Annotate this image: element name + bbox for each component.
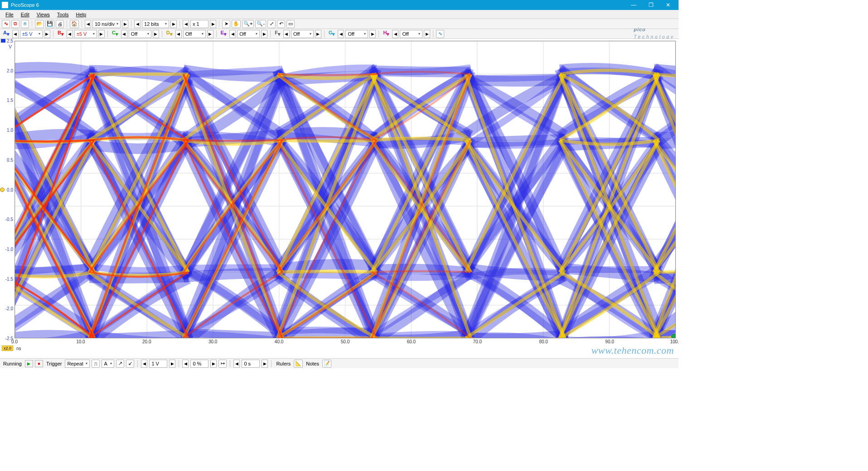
separator [67, 20, 67, 28]
delay-prev[interactable]: ◀ [233, 360, 240, 368]
channel-b-range-next[interactable]: ▶ [98, 30, 105, 38]
channel-a-range-combo[interactable]: ±5 V▾ [20, 30, 43, 38]
channel-b-range-combo[interactable]: ±5 V▾ [74, 30, 97, 38]
channel-e-range-next[interactable]: ▶ [261, 30, 267, 38]
trigger-level-combo[interactable]: 1 V [149, 360, 167, 368]
channel-c-range-next[interactable]: ▶ [153, 30, 159, 38]
notes-label[interactable]: Notes [305, 361, 320, 366]
pretrigger-prev[interactable]: ◀ [182, 360, 189, 368]
x-tick: 100.0 [670, 339, 679, 344]
spectrum-mode-icon[interactable]: ᴨ [21, 20, 29, 28]
channel-b-label[interactable]: B▾ [56, 30, 65, 37]
zoom-next[interactable]: ▶ [210, 20, 216, 28]
save-icon[interactable]: 💾 [45, 20, 54, 28]
channel-a-range-prev[interactable]: ◀ [12, 30, 19, 38]
channel-g-range-prev[interactable]: ◀ [338, 30, 344, 38]
channel-c-label[interactable]: C▾ [111, 30, 120, 37]
timebase-prev[interactable]: ◀ [85, 20, 91, 28]
channel-b-range-prev[interactable]: ◀ [67, 30, 73, 38]
channel-d-range-prev[interactable]: ◀ [175, 30, 182, 38]
channel-e-range-prev[interactable]: ◀ [229, 30, 236, 38]
channel-f-range-next[interactable]: ▶ [315, 30, 321, 38]
home-icon[interactable]: 🏠 [70, 20, 79, 28]
menu-file[interactable]: File [2, 11, 17, 18]
timebase-next[interactable]: ▶ [122, 20, 128, 28]
timebase-combo[interactable]: 10 ns/div▾ [92, 20, 121, 28]
channel-e-range-combo[interactable]: Off▾ [237, 30, 260, 38]
trigger-edge-icon[interactable]: ⎍ [92, 360, 100, 368]
status-bar: Running ▶ ■ Trigger Repeat▾ ⎍ A▾ ↗ ↙ ◀ 1… [0, 358, 679, 368]
channel-h-label[interactable]: H▾ [382, 30, 391, 37]
open-icon[interactable]: 📂 [35, 20, 44, 28]
close-button[interactable]: ✕ [659, 0, 677, 10]
x-tick: 60.0 [407, 339, 416, 344]
zoom-combo[interactable]: x 1 [190, 20, 209, 28]
rulers-label[interactable]: Rulers [275, 361, 292, 366]
trigger-channel-combo[interactable]: A▾ [102, 360, 114, 368]
zoom-fit-icon[interactable]: ⤢ [267, 20, 276, 28]
channel-d-range-combo[interactable]: Off▾ [183, 30, 206, 38]
channel-f-range-prev[interactable]: ◀ [283, 30, 290, 38]
maximize-button[interactable]: ❐ [642, 0, 659, 10]
channel-g-range-combo[interactable]: Off▾ [345, 30, 368, 38]
channel-a-label[interactable]: A▾ [2, 30, 11, 37]
run-button[interactable]: ▶ [25, 360, 33, 367]
trigger-label: Trigger [45, 361, 63, 366]
delay-next[interactable]: ▶ [262, 360, 268, 368]
stop-button[interactable]: ■ [35, 360, 43, 367]
channel-h-range-next[interactable]: ▶ [424, 30, 430, 38]
delay-combo[interactable]: 0 s [242, 360, 260, 368]
zoom-prev[interactable]: ◀ [183, 20, 189, 28]
pretrigger-next[interactable]: ▶ [210, 360, 217, 368]
level-next[interactable]: ▶ [169, 360, 175, 368]
level-prev[interactable]: ◀ [141, 360, 147, 368]
trigger-falling-icon[interactable]: ↙ [126, 360, 134, 368]
x-zoom-badge: x2.0 [2, 346, 13, 351]
menu-views[interactable]: Views [33, 11, 53, 18]
channel-g-range-next[interactable]: ▶ [369, 30, 376, 38]
zoom-in-icon[interactable]: 🔍+ [242, 20, 254, 28]
menu-help[interactable]: Help [73, 11, 90, 18]
math-channel-icon[interactable]: ∿ [436, 30, 444, 38]
channel-d-range-next[interactable]: ▶ [207, 30, 213, 38]
bits-next[interactable]: ▶ [170, 20, 177, 28]
trigger-mode-combo[interactable]: Repeat▾ [65, 360, 90, 368]
channel-h-range-combo[interactable]: Off▾ [400, 30, 422, 38]
channel-c-range-prev[interactable]: ◀ [121, 30, 127, 38]
persistence-mode-icon[interactable]: ⧉ [11, 20, 19, 28]
trigger-rising-icon[interactable]: ↗ [116, 360, 124, 368]
pretrigger-extra-icon[interactable]: ↦ [218, 360, 227, 368]
marquee-zoom-icon[interactable]: ▭ [286, 20, 295, 28]
channel-a-range-next[interactable]: ▶ [44, 30, 50, 38]
menu-tools[interactable]: Tools [53, 11, 73, 18]
y-tick: -2.0 [5, 306, 13, 311]
pointer-tool-icon[interactable]: ➤ [222, 20, 230, 28]
scope-mode-icon[interactable]: ∿ [2, 20, 10, 28]
channel-c-range-combo[interactable]: Off▾ [129, 30, 151, 38]
y-tick: -1.0 [5, 246, 13, 251]
bits-prev[interactable]: ◀ [134, 20, 141, 28]
notes-icon[interactable]: 📝 [322, 360, 331, 368]
channel-g-label[interactable]: G▾ [327, 30, 337, 37]
zoom-out-icon[interactable]: 🔍- [255, 20, 266, 28]
undo-zoom-icon[interactable]: ↶ [277, 20, 285, 28]
y-axis-unit: V [9, 44, 12, 49]
running-label: Running [2, 361, 23, 366]
trigger-marker-icon[interactable] [671, 334, 676, 338]
pan-tool-icon[interactable]: ✋ [232, 20, 241, 28]
menu-edit[interactable]: Edit [17, 11, 33, 18]
channel-f-range-combo[interactable]: Off▾ [291, 30, 314, 38]
zero-marker-icon[interactable] [0, 187, 5, 192]
minimize-button[interactable]: — [625, 0, 642, 10]
plot-area[interactable] [15, 41, 676, 338]
channel-e-label[interactable]: E▾ [219, 30, 228, 37]
pretrigger-combo[interactable]: 0 % [190, 360, 209, 368]
channel-h-range-prev[interactable]: ◀ [392, 30, 398, 38]
channel-a-marker-icon[interactable] [1, 39, 5, 43]
x-tick: 10.0 [76, 339, 85, 344]
rulers-icon[interactable]: 📐 [294, 360, 303, 368]
channel-d-label[interactable]: D▾ [165, 30, 174, 37]
channel-f-label[interactable]: F▾ [273, 30, 282, 37]
bits-combo[interactable]: 12 bits▾ [142, 20, 169, 28]
print-icon[interactable]: 🖨 [56, 20, 64, 28]
